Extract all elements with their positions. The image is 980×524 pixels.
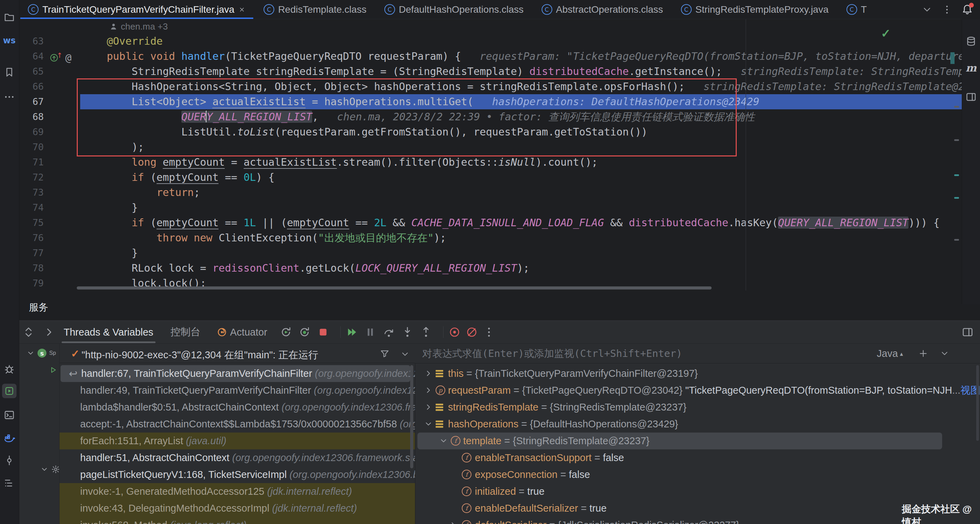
debugger-tab-threads[interactable]: Threads & Variables [64,327,153,338]
stack-frame-row[interactable]: invoke:-1, GeneratedMethodAccessor125 (j… [59,483,415,500]
line-number[interactable]: 79 [19,276,44,291]
maven-icon[interactable]: m [965,62,977,73]
line-number[interactable]: 75 [19,215,44,230]
mute-breakpoints-button[interactable] [466,326,478,338]
editor-tab[interactable]: CTrainTicketQueryParamVerifyChainFilter.… [19,0,255,19]
notifications-bell-icon[interactable] [961,4,973,16]
code-line[interactable]: 65 StringRedisTemplate stringRedisTempla… [19,64,962,79]
code-line[interactable]: 76 throw new ClientException("出发地或目的地不存在… [19,230,962,246]
debug-icon[interactable] [3,363,15,375]
services-tree[interactable]: sSp [19,344,59,524]
ws-plugin-icon[interactable]: ws [3,35,15,46]
variable-row[interactable]: ftemplate = {StringRedisTemplate@23237} [417,432,942,449]
tree-chevron-icon[interactable] [40,465,49,473]
code-line[interactable]: 71 long emptyCount = actualExistList.str… [19,155,962,170]
line-number[interactable]: 69 [19,124,44,140]
variable-row[interactable]: stringRedisTemplate = {StringRedisTempla… [415,399,980,416]
line-number[interactable]: 65 [19,64,44,79]
step-over-button[interactable] [383,326,395,338]
toolbar-kebab-icon[interactable] [483,326,495,338]
code-editor[interactable]: chen.ma +3 63 @Override64 public void ha… [19,19,962,295]
tree-expand-icon[interactable] [424,386,433,395]
tree-expand-icon[interactable] [424,369,433,378]
structure-icon[interactable] [3,477,15,489]
variable-row[interactable]: fenableDefaultSerializer = true [415,500,980,517]
editor-tab[interactable]: CAbstractOperations.class [533,0,672,19]
editor-tab[interactable]: CRedisTemplate.class [255,0,375,19]
code-line[interactable]: 69 ListUtil.toList(requestParam.getFromS… [19,124,962,140]
code-line[interactable]: 70 ); [19,140,962,155]
code-line[interactable]: 78 RLock lock = redissonClient.getLock(L… [19,260,962,276]
variable-row[interactable]: fexposeConnection = false [415,466,980,483]
gutter-icons[interactable]: ↑@ [49,52,72,64]
stack-frame-row[interactable]: pageListTicketQueryV1:168, TicketService… [59,466,415,483]
frames-scrollbar[interactable] [410,365,413,468]
rerun-debug-button[interactable] [298,326,311,338]
language-selector[interactable]: Java▴ [877,348,903,359]
code-line[interactable]: 73 return; [19,185,962,200]
code-line[interactable]: 63 @Override [19,34,962,49]
variable-row[interactable]: fenableTransactionSupport = false [415,449,980,466]
docker-icon[interactable] [3,432,15,443]
step-into-button[interactable] [401,326,414,338]
variable-row[interactable]: prequestParam = {TicketPageQueryReqDTO@2… [415,382,980,399]
filter-funnel-icon[interactable] [380,349,390,359]
watch-chevron-icon[interactable] [940,349,950,358]
add-watch-icon[interactable] [918,348,928,359]
expand-tree-icon[interactable] [43,326,56,338]
line-number[interactable]: 76 [19,230,44,246]
bookmarks-icon[interactable] [3,67,15,78]
line-number[interactable]: 71 [19,155,44,170]
code-line[interactable]: 64 public void handler(TicketPageQueryRe… [19,49,962,64]
line-number[interactable]: 67 [19,94,44,110]
watch-expression-input[interactable] [422,346,836,361]
actuator-icon[interactable] [216,327,228,338]
resume-button[interactable] [345,326,358,338]
inspection-ok-icon[interactable]: ✓ [881,27,891,40]
close-icon[interactable] [238,6,246,13]
stack-frame-row[interactable]: invoke:43, DelegatingMethodAccessorImpl … [59,500,415,517]
stack-frame-row[interactable]: accept:-1, AbstractChainContext$$Lambda$… [59,416,415,432]
line-number[interactable]: 73 [19,185,44,200]
rerun-button[interactable] [280,326,292,338]
tree-collapse-icon[interactable] [424,419,433,429]
variables-scrollbar[interactable] [976,365,979,441]
line-number[interactable]: 77 [19,246,44,260]
line-number[interactable]: 72 [19,170,44,185]
variable-row[interactable]: finitialized = true [415,483,980,500]
stack-frame-row[interactable]: handler:49, TrainTicketQueryParamVerifyC… [59,382,415,399]
line-number[interactable]: 74 [19,200,44,215]
project-folder-icon[interactable] [3,11,15,23]
view-breakpoints-button[interactable] [449,326,461,338]
editor-horizontal-scrollbar[interactable] [77,286,711,289]
tree-collapse-icon[interactable] [439,436,448,445]
editor-tab[interactable]: CStringRedisTemplateProxy.java [672,0,838,19]
line-number[interactable]: 78 [19,260,44,276]
line-number[interactable]: 63 [19,34,44,49]
layout-settings-icon[interactable] [961,326,974,338]
line-number[interactable]: 66 [19,79,44,94]
more-tool-windows-icon[interactable] [3,91,15,103]
debugger-tab-console[interactable]: 控制台 [171,325,200,339]
code-line[interactable]: 74 } [19,200,962,215]
pause-button[interactable] [364,326,377,338]
variable-row[interactable]: this = {TrainTicketQueryParamVerifyChain… [415,365,980,382]
thread-dropdown-chevron-icon[interactable] [400,349,410,359]
git-commit-icon[interactable] [3,454,15,466]
variable-row[interactable]: fdefaultSerializer = {JdkSerializationRe… [415,517,980,524]
database-icon[interactable] [965,35,977,47]
line-number[interactable]: 70 [19,140,44,155]
step-out-button[interactable] [420,326,432,338]
services-icon[interactable] [2,384,16,398]
layout-panels-icon[interactable] [965,91,977,103]
stack-frame-row[interactable]: invoke:568, Method (java.lang.reflect) [59,517,415,524]
stop-button[interactable] [317,326,329,338]
editor-tab[interactable]: CDefaultHashOperations.class [375,0,533,19]
tabs-overflow-chevron-icon[interactable] [921,4,932,15]
code-line[interactable]: 77 } [19,246,962,260]
line-number[interactable]: 64 [19,49,44,64]
tree-expand-icon[interactable] [449,521,458,524]
services-tree-node[interactable] [49,366,57,374]
stack-frame-row[interactable]: handler:51, AbstractChainContext (org.op… [59,449,415,466]
tab-actuator[interactable]: Actuator [230,327,267,338]
